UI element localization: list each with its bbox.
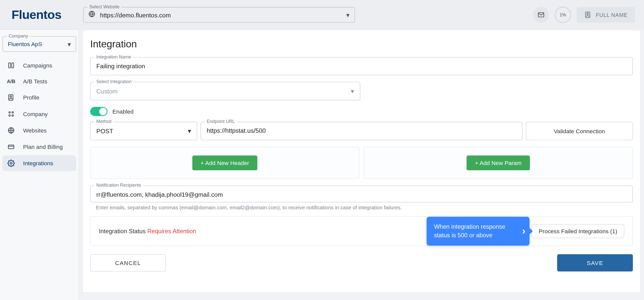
page-title: Integration — [90, 38, 633, 50]
enabled-label: Enabled — [112, 108, 134, 115]
validate-connection-button[interactable]: Validate Connection — [526, 122, 633, 140]
recipients-hint: Enter emails, separated by commas (email… — [90, 205, 633, 211]
svg-point-3 — [587, 13, 589, 15]
select-integration-field[interactable]: Select Integration Custom ▾ — [90, 82, 360, 100]
sidebar-item-label: Plan and Billing — [23, 144, 63, 150]
globe-icon — [89, 11, 95, 19]
headers-panel: + Add New Header — [90, 147, 360, 179]
integration-name-field[interactable]: Integration Name — [90, 57, 633, 75]
company-select-label: Company — [7, 33, 30, 38]
chevron-down-icon: ▾ — [188, 127, 191, 135]
brand-logo: Fluentos — [0, 0, 79, 30]
status-tooltip: When integration response status is 500 … — [427, 217, 530, 246]
integration-name-label: Integration Name — [95, 54, 133, 59]
sidebar-item-label: Company — [23, 111, 48, 117]
gear-icon — [7, 160, 16, 167]
sidebar-item-integrations[interactable]: Integrations — [3, 155, 76, 171]
process-failed-button[interactable]: Process Failed Integrations (1) — [532, 224, 624, 238]
website-select-label: Select Website — [88, 4, 121, 9]
method-label: Method — [95, 119, 113, 124]
enabled-toggle[interactable] — [90, 107, 108, 116]
add-header-button[interactable]: + Add New Header — [192, 155, 257, 170]
billing-icon — [7, 143, 16, 150]
sidebar-item-label: Campaigns — [23, 62, 52, 69]
company-icon — [7, 110, 16, 118]
chevron-down-icon: ▾ — [68, 40, 71, 48]
svg-point-9 — [12, 112, 13, 113]
integration-card: Integration Integration Name Select Inte… — [82, 30, 641, 293]
add-param-button[interactable]: + Add New Param — [467, 155, 530, 170]
svg-rect-13 — [8, 145, 14, 149]
chevron-down-icon: ▾ — [351, 87, 354, 95]
mail-icon[interactable] — [533, 7, 549, 23]
svg-rect-4 — [9, 63, 10, 68]
website-select-value: https://demo.fluentos.com — [100, 11, 171, 18]
sidebar-item-label: Websites — [23, 127, 47, 134]
svg-point-11 — [12, 115, 13, 116]
progress-value: 1% — [560, 12, 566, 17]
abtests-icon: A/B — [7, 79, 16, 84]
website-select[interactable]: Select Website https://demo.fluentos.com… — [83, 7, 355, 23]
company-select-value: Fluentos ApS — [8, 41, 42, 47]
recipients-input[interactable] — [96, 191, 627, 198]
campaigns-icon — [7, 62, 16, 69]
sidebar-item-campaigns[interactable]: Campaigns — [3, 58, 76, 73]
sidebar-item-profile[interactable]: Profile — [3, 90, 76, 105]
params-panel: + Add New Param — [364, 147, 633, 179]
user-chip[interactable]: FULL NAME — [577, 7, 635, 23]
svg-point-14 — [10, 162, 12, 164]
globe-icon — [7, 127, 16, 134]
svg-point-10 — [9, 115, 10, 116]
sidebar-item-abtests[interactable]: A/B A/B Tests — [3, 74, 76, 89]
chevron-down-icon: ▾ — [346, 11, 349, 19]
svg-rect-5 — [12, 63, 14, 68]
method-field[interactable]: Method POST ▾ — [90, 122, 197, 140]
progress-ring[interactable]: 1% — [555, 7, 571, 23]
sidebar: Company Fluentos ApS ▾ Campaigns A/B A/B… — [0, 30, 79, 300]
status-label: Integration Status — [99, 228, 146, 235]
status-value: Requires Attention — [147, 228, 196, 235]
profile-icon — [7, 94, 16, 101]
sidebar-item-label: Integrations — [23, 160, 53, 166]
select-integration-value: Custom — [96, 88, 118, 95]
cancel-button[interactable]: CANCEL — [90, 254, 166, 272]
endpoint-label: Endpoint URL — [205, 119, 237, 124]
endpoint-field[interactable]: Endpoint URL — [200, 122, 522, 140]
company-select[interactable]: Company Fluentos ApS ▾ — [3, 36, 76, 52]
sidebar-item-billing[interactable]: Plan and Billing — [3, 139, 76, 155]
sidebar-item-label: A/B Tests — [23, 78, 47, 85]
endpoint-input[interactable] — [207, 127, 516, 134]
method-value: POST — [96, 127, 113, 135]
recipients-label: Notification Recipients — [95, 183, 143, 188]
integration-name-input[interactable] — [96, 62, 627, 70]
tooltip-text: When integration response status is 500 … — [434, 223, 505, 239]
recipients-field[interactable]: Notification Recipients — [90, 185, 633, 202]
topbar: Fluentos Select Website https://demo.flu… — [0, 0, 644, 30]
status-box: Integration Status Requires Attention Wh… — [90, 216, 633, 246]
save-button[interactable]: SAVE — [557, 254, 633, 272]
user-name: FULL NAME — [596, 12, 628, 18]
sidebar-item-websites[interactable]: Websites — [3, 123, 76, 138]
tooltip-next-icon[interactable]: › — [522, 224, 525, 238]
sidebar-item-company[interactable]: Company — [3, 106, 76, 122]
svg-point-8 — [9, 112, 10, 113]
sidebar-item-label: Profile — [23, 94, 39, 101]
select-integration-label: Select Integration — [95, 79, 133, 84]
svg-point-7 — [10, 96, 12, 97]
